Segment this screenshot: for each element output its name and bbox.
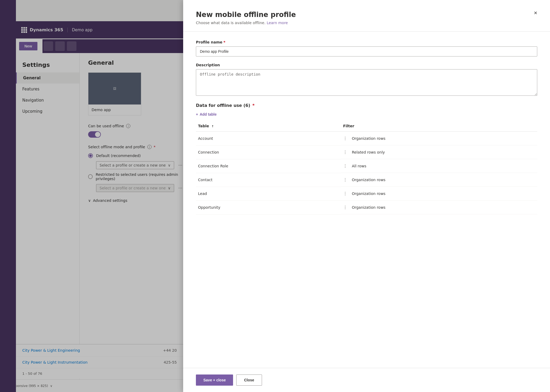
description-textarea[interactable]: Offline profile description xyxy=(196,69,537,96)
profile-name-label: Profile name * xyxy=(196,40,537,44)
more-options-btn[interactable]: ⋮ xyxy=(343,191,347,196)
profile-name-field: Profile name * xyxy=(196,40,537,56)
filter-value: All rows xyxy=(352,164,366,168)
description-label: Description xyxy=(196,63,537,67)
profile-name-input[interactable] xyxy=(196,46,537,56)
more-options-btn[interactable]: ⋮ xyxy=(343,205,347,210)
table-row: Opportunity ⋮ Organization rows xyxy=(196,201,537,214)
modal-subtitle: Choose what data is available offline. L… xyxy=(196,21,537,25)
filter-value: Organization rows xyxy=(352,178,385,182)
filter-value: Organization rows xyxy=(352,136,385,141)
add-table-button[interactable]: + Add table xyxy=(196,112,217,116)
modal-footer: Save + close Close xyxy=(183,368,550,392)
modal-close-button[interactable]: × xyxy=(534,10,537,16)
add-table-label: Add table xyxy=(200,112,217,116)
table-name-cell: Opportunity xyxy=(196,201,341,214)
table-name-cell: Account xyxy=(196,132,341,146)
more-options-btn[interactable]: ⋮ xyxy=(343,150,347,155)
table-filter-cell: ⋮ Organization rows xyxy=(341,173,537,187)
table-filter-cell: ⋮ Related rows only xyxy=(341,145,537,159)
more-options-btn[interactable]: ⋮ xyxy=(343,163,347,168)
plus-icon: + xyxy=(196,112,198,116)
col-header-filter: Filter xyxy=(341,121,537,132)
table-row: Connection Role ⋮ All rows xyxy=(196,159,537,173)
table-name-cell: Connection xyxy=(196,145,341,159)
table-filter-cell: ⋮ Organization rows xyxy=(341,187,537,201)
more-options-btn[interactable]: ⋮ xyxy=(343,136,347,141)
description-field: Description Offline profile description xyxy=(196,63,537,97)
learn-more-link[interactable]: Learn more xyxy=(267,21,288,25)
modal-title: New mobile offline profile xyxy=(196,11,537,19)
table-filter-cell: ⋮ Organization rows xyxy=(341,201,537,214)
table-row: Account ⋮ Organization rows xyxy=(196,132,537,146)
offline-tables: Table ↑ Filter Account ⋮ Organization ro… xyxy=(196,121,537,215)
profile-name-required-star: * xyxy=(224,40,225,44)
modal-panel: New mobile offline profile Choose what d… xyxy=(183,0,550,392)
table-row: Lead ⋮ Organization rows xyxy=(196,187,537,201)
table-name-cell: Lead xyxy=(196,187,341,201)
filter-value: Related rows only xyxy=(352,150,385,154)
filter-value: Organization rows xyxy=(352,205,385,210)
save-close-button[interactable]: Save + close xyxy=(196,374,233,386)
close-button[interactable]: Close xyxy=(236,374,262,386)
table-row: Contact ⋮ Organization rows xyxy=(196,173,537,187)
data-offline-section: Data for offline use (6) * + Add table T… xyxy=(196,103,537,215)
modal-body: Profile name * Description Offline profi… xyxy=(183,32,550,368)
data-section-required-star: * xyxy=(252,103,255,108)
modal-header: New mobile offline profile Choose what d… xyxy=(183,0,550,32)
col-header-table: Table ↑ xyxy=(196,121,341,132)
table-filter-cell: ⋮ Organization rows xyxy=(341,132,537,145)
filter-value: Organization rows xyxy=(352,191,385,196)
data-section-title: Data for offline use (6) * xyxy=(196,103,537,108)
more-options-btn[interactable]: ⋮ xyxy=(343,177,347,182)
table-filter-cell: ⋮ All rows xyxy=(341,159,537,173)
sort-icon: ↑ xyxy=(211,125,214,128)
table-name-cell: Contact xyxy=(196,173,341,187)
table-row: Connection ⋮ Related rows only xyxy=(196,145,537,159)
table-name-cell: Connection Role xyxy=(196,159,341,173)
modal-subtitle-text: Choose what data is available offline. xyxy=(196,21,265,25)
